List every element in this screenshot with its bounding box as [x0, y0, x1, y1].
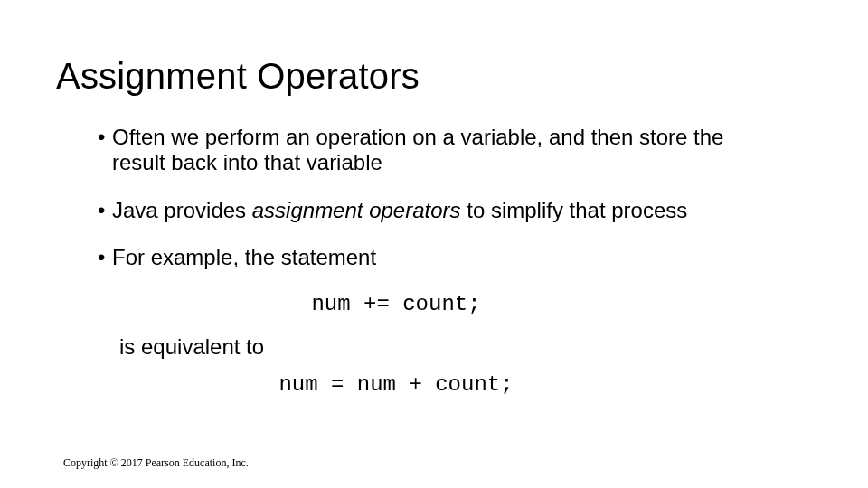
bullet-text: Java provides	[112, 198, 252, 222]
code-example: num = num + count;	[98, 372, 749, 398]
copyright-notice: Copyright © 2017 Pearson Education, Inc.	[63, 456, 249, 470]
bullet-text: to simplify that process	[461, 198, 688, 222]
slide-body: Often we perform an operation on a varia…	[98, 125, 749, 414]
slide: Assignment Operators Often we perform an…	[0, 0, 868, 488]
bullet-item: For example, the statement	[98, 245, 749, 270]
bullet-emphasis: assignment operators	[252, 198, 461, 222]
bullet-item: Java provides assignment operators to si…	[98, 198, 749, 223]
slide-title: Assignment Operators	[56, 56, 420, 97]
followup-text: is equivalent to	[119, 334, 749, 360]
bullet-item: Often we perform an operation on a varia…	[98, 125, 749, 176]
code-example: num += count;	[98, 292, 749, 317]
